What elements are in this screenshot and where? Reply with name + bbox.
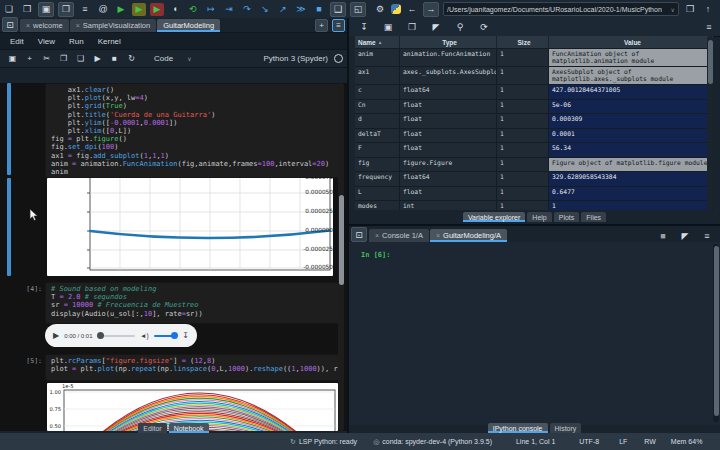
volume-slider[interactable]	[154, 335, 178, 337]
audio-progress-slider[interactable]	[98, 335, 136, 337]
play-icon[interactable]: ▶	[53, 331, 59, 340]
step-into-icon[interactable]: ↘	[258, 3, 272, 16]
interrupt-kernel-icon[interactable]: ■	[656, 229, 670, 242]
save-icon[interactable]: ▣	[38, 2, 54, 17]
menu-edit[interactable]: Edit	[10, 37, 24, 46]
run-icon[interactable]: ▶	[114, 3, 128, 16]
close-icon[interactable]: ×	[76, 22, 80, 29]
status-mem-64-[interactable]: Mem 64%	[671, 438, 703, 445]
cell-value[interactable]: 1	[549, 201, 713, 210]
save-notebook-icon[interactable]: ▣	[6, 52, 19, 65]
close-icon[interactable]: ×	[375, 232, 379, 239]
menu-run[interactable]: Run	[69, 37, 84, 46]
cell-value[interactable]: 427.00128464371005	[549, 85, 713, 99]
save-data-icon[interactable]: ▣	[381, 21, 395, 34]
forward-icon[interactable]: →	[423, 2, 439, 17]
restart-kernel-icon[interactable]: ↻	[125, 52, 138, 65]
status-lf[interactable]: LF	[619, 438, 627, 445]
volume-icon[interactable]: ◄)	[140, 332, 149, 339]
variable-row-Cn[interactable]: Cnfloat15e-06	[355, 100, 713, 115]
cell-value[interactable]: 56.34	[549, 143, 713, 157]
pane-tab-plots[interactable]: Plots	[554, 212, 580, 222]
import-data-icon[interactable]: ↧	[357, 21, 371, 34]
step-over-icon[interactable]: ↷	[240, 3, 254, 16]
cut-cell-icon[interactable]: ✂	[40, 52, 53, 65]
pane-tab-notebook[interactable]: Notebook	[169, 423, 209, 433]
audio-player[interactable]: ▶ 0:00 / 0:01 ◄) ↧	[45, 324, 197, 347]
variable-row-deltaT[interactable]: deltaTfloat10.0001	[355, 129, 713, 144]
scrollbar-thumb[interactable]	[708, 40, 713, 84]
menu-kernel[interactable]: Kernel	[98, 37, 121, 46]
variable-row-ax1[interactable]: ax1axes._subplots.AxesSubplot1AxesSubplo…	[355, 67, 713, 85]
cell-type-dropdown[interactable]: Code ∨	[154, 54, 192, 63]
find-symbols-icon[interactable]: @	[96, 3, 110, 16]
variable-row-L[interactable]: Lfloat10.6477	[355, 187, 713, 202]
open-file-icon[interactable]: ❒	[20, 3, 34, 16]
refresh-variables-icon[interactable]: ⟳	[477, 21, 491, 34]
cell-value[interactable]: 0.0001	[549, 129, 713, 143]
console-content[interactable]: In [6]:	[349, 242, 720, 425]
window-layout-icon[interactable]: ❑	[330, 2, 346, 17]
variable-row-anim[interactable]: animanimation.FuncAnimation1FuncAnimatio…	[355, 49, 713, 67]
cell-selection-bar[interactable]	[7, 83, 11, 175]
browse-tabs-icon[interactable]: ⊡	[2, 17, 18, 32]
code-cell-animation[interactable]: ax1.clear() plt.plot(x,y, lw=4) plt.grid…	[45, 83, 341, 178]
variable-explorer-table[interactable]: Name ▴ Type Size Value animanimation.Fun…	[355, 36, 713, 210]
add-cell-icon[interactable]: +	[23, 52, 36, 65]
tools-icon[interactable]: ⚙	[373, 3, 387, 16]
tab-console-1-a[interactable]: ×Console 1/A	[369, 229, 429, 242]
scrollbar-thumb[interactable]	[714, 246, 719, 416]
header-size[interactable]: Size	[497, 36, 549, 48]
table-scrollbar[interactable]	[707, 36, 713, 210]
code-cell-sound[interactable]: # Sound based on modelingT = 2.0 # segun…	[45, 282, 341, 324]
status-lsp-python-ready[interactable]: ↻LSP Python: ready	[290, 438, 357, 446]
save-data-as-icon[interactable]: ❐	[405, 21, 419, 34]
options-icon[interactable]: ≡	[700, 229, 714, 242]
options-icon[interactable]: ≡	[702, 21, 716, 34]
paste-cell-icon[interactable]: ❏	[74, 52, 87, 65]
browse-tabs-button[interactable]: ⊡	[0, 17, 20, 32]
pane-tab-files[interactable]: Files	[581, 212, 606, 222]
working-directory-input[interactable]: /Users/juanitagomez/Documents/URosarioLo…	[443, 2, 679, 16]
browse-tabs-button[interactable]: ⊡	[349, 227, 369, 242]
cell-value[interactable]: 329.6289058543384	[549, 172, 713, 186]
notebook-scrollbar[interactable]	[338, 83, 344, 431]
run-selection-icon[interactable]: ◖	[168, 3, 182, 16]
download-icon[interactable]: ↧	[182, 331, 189, 340]
maximize-pane-icon[interactable]: ◱	[350, 2, 366, 17]
code-cell-figsize[interactable]: plt.rcParams["figure.figsize"] = (12,8)p…	[45, 354, 341, 381]
volume-handle[interactable]	[171, 332, 178, 339]
parent-directory-icon[interactable]: ↑	[701, 3, 715, 16]
variable-row-fig[interactable]: figfigure.Figure1Figure object of matplo…	[355, 158, 713, 173]
browse-tabs-icon[interactable]: ⊡	[351, 227, 367, 242]
tab-guitarmodeling[interactable]: GuitarModeling	[157, 19, 220, 32]
browse-directory-icon[interactable]: ❒	[683, 3, 697, 16]
status-conda-spyder-dev-4-pytho[interactable]: ◎conda: spyder-dev-4 (Python 3.9.5)	[373, 438, 492, 446]
tab-samplevisualization[interactable]: ×SampleVisualization	[70, 19, 157, 32]
remove-variables-icon[interactable]: ◤	[429, 21, 443, 34]
save-all-icon[interactable]: ❐	[58, 2, 74, 17]
remove-all-variables-icon[interactable]: ◤	[678, 229, 692, 242]
pane-tab-editor[interactable]: Editor	[138, 423, 166, 433]
pane-tab-variable-explorer[interactable]: Variable explorer	[463, 212, 525, 222]
variable-row-d[interactable]: dfloat10.000309	[355, 114, 713, 129]
run-to-line-icon[interactable]: ↦	[204, 3, 218, 16]
step-return-icon[interactable]: ↗	[276, 3, 290, 16]
search-variables-icon[interactable]: ⚲	[453, 21, 467, 34]
chevron-down-icon[interactable]: ∨	[671, 6, 675, 13]
new-file-icon[interactable]: ❏	[2, 3, 16, 16]
tab-welcome[interactable]: ×welcome	[20, 19, 69, 32]
header-value[interactable]: Value	[549, 36, 713, 48]
cell-value[interactable]: Figure object of matplotlib.figure modul…	[549, 158, 713, 172]
run-cell-icon[interactable]: ▶	[132, 3, 146, 16]
status-rw[interactable]: RW	[644, 438, 656, 445]
variable-row-frequency[interactable]: frequencyfloat641329.6289058543384	[355, 172, 713, 187]
new-tab-button[interactable]: +	[315, 19, 328, 32]
rerun-cell-icon[interactable]: ⟲	[186, 3, 200, 16]
cell-value[interactable]: 5e-06	[549, 100, 713, 114]
run-cell-advance-icon[interactable]: ▶	[150, 3, 164, 16]
back-icon[interactable]: ←	[405, 3, 419, 16]
progress-handle[interactable]	[97, 332, 104, 339]
fast-forward-icon[interactable]: ≫	[294, 3, 308, 16]
run-cell-icon[interactable]: ▶	[91, 52, 104, 65]
